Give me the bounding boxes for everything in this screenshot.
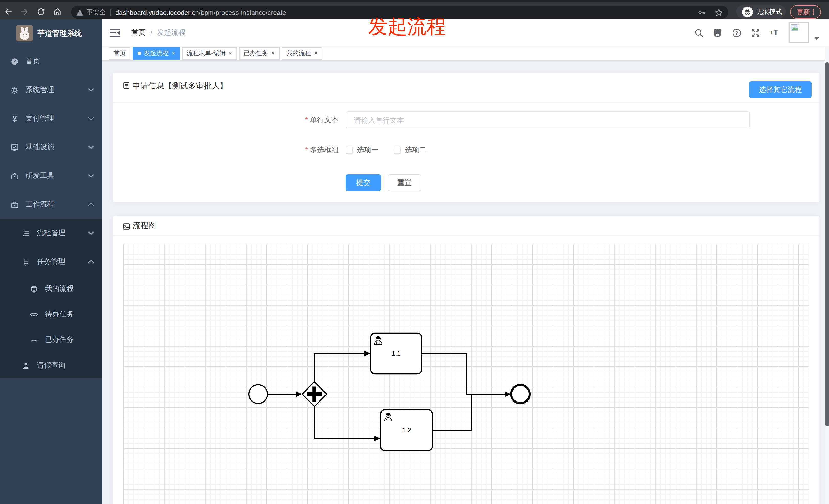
chrome-update-button[interactable]: 更新 xyxy=(790,5,821,19)
flow-gateway-to-task2 xyxy=(315,406,374,438)
workflow-submenu: 流程管理 任务管理 我的流程 待办任务 已办任务 请假 xyxy=(0,219,102,378)
dashboard-icon xyxy=(10,57,19,66)
viewport: 不安全 dashboard.yudao.iocoder.cn/bpm/proce… xyxy=(0,0,829,504)
sidebar-item-leave-query[interactable]: 请假查询 xyxy=(0,353,102,378)
submit-button[interactable]: 提交 xyxy=(346,174,381,191)
required-asterisk: * xyxy=(305,146,308,154)
sidebar-item-home[interactable]: 首页 xyxy=(0,47,102,76)
tag-create-process[interactable]: 发起流程× xyxy=(133,47,180,60)
tag-form-edit[interactable]: 流程表单-编辑× xyxy=(182,47,237,60)
scrollbar-thumb[interactable] xyxy=(825,62,829,426)
checkbox-option2-label[interactable]: 选项二 xyxy=(405,146,427,155)
sidebar-collapse-button[interactable] xyxy=(110,28,120,37)
avatar-dropdown-caret[interactable] xyxy=(814,37,819,40)
header-help-button[interactable]: ? xyxy=(731,28,742,38)
eye-icon xyxy=(30,310,38,319)
monitor-icon xyxy=(10,143,19,152)
chevron-down-icon xyxy=(88,88,94,92)
user-task-1: 1.1 xyxy=(370,333,422,374)
flow-task1-to-end xyxy=(422,353,505,394)
flow-task2-to-end xyxy=(432,394,471,430)
browser-reload-button[interactable] xyxy=(33,4,49,20)
browser-menu-icon[interactable] xyxy=(813,8,814,15)
browser-forward-button[interactable] xyxy=(16,4,33,20)
gear-icon xyxy=(10,86,19,94)
diagram-card-header: 流程图 xyxy=(112,216,819,236)
url-divider xyxy=(110,9,111,16)
flag-tree-icon xyxy=(22,257,30,266)
single-line-input[interactable] xyxy=(346,111,750,128)
user-icon xyxy=(22,361,30,370)
bookmark-star-icon[interactable] xyxy=(715,8,723,16)
header-github-button[interactable] xyxy=(712,28,723,38)
tag-my-process[interactable]: 我的流程× xyxy=(282,47,322,60)
user-task-2: 1.2 xyxy=(381,410,432,451)
tag-close-icon[interactable]: × xyxy=(271,50,275,56)
user-avatar[interactable] xyxy=(789,23,808,43)
chevron-down-icon xyxy=(88,145,94,149)
sidebar-item-done-tasks[interactable]: 已办任务 xyxy=(0,327,102,353)
tag-close-icon[interactable]: × xyxy=(228,50,232,56)
sidebar-item-workflow[interactable]: 工作流程 xyxy=(0,190,102,219)
active-tag-dot xyxy=(137,51,141,55)
bpmn-diagram: 1.1 1.2 xyxy=(123,244,809,504)
form-document-icon xyxy=(122,81,131,89)
checkbox-group: 选项一 选项二 xyxy=(346,142,427,158)
hamburger-icon xyxy=(110,28,120,37)
yen-icon: ¥ xyxy=(10,114,19,123)
tags-view: 首页 发起流程× 流程表单-编辑× 已办任务× 我的流程× xyxy=(102,46,829,61)
chevron-down-icon xyxy=(88,174,94,178)
header-font-size-button[interactable]: TT xyxy=(769,28,780,38)
search-icon xyxy=(694,28,704,38)
process-diagram-card: 流程图 xyxy=(112,216,820,504)
single-line-label: *单行文本 xyxy=(112,111,338,128)
sidebar: 芋道管理系统 首页 系统管理 ¥ 支付管理 基础设施 研发工具 工作 xyxy=(0,20,102,504)
apply-card-title: 申请信息【测试多审批人】 xyxy=(133,81,227,91)
home-icon xyxy=(53,7,62,16)
svg-text:?: ? xyxy=(735,30,738,36)
security-label: 不安全 xyxy=(86,8,106,16)
tag-close-icon[interactable]: × xyxy=(314,50,318,56)
sidebar-item-my-process[interactable]: 我的流程 xyxy=(0,276,102,302)
eye-closed-icon xyxy=(30,336,38,344)
sidebar-item-todo-tasks[interactable]: 待办任务 xyxy=(0,302,102,327)
sidebar-item-payment[interactable]: ¥ 支付管理 xyxy=(0,104,102,133)
apply-card-header: 申请信息【测试多审批人】 xyxy=(112,73,819,103)
sidebar-item-dev-tools[interactable]: 研发工具 xyxy=(0,161,102,190)
url-path: /bpm/process-instance/create xyxy=(199,8,286,16)
svg-text:1.1: 1.1 xyxy=(392,350,401,357)
tag-home[interactable]: 首页 xyxy=(109,47,131,60)
github-icon xyxy=(712,28,723,38)
page-scrollbar[interactable] xyxy=(825,46,829,504)
sidebar-item-process-management[interactable]: 流程管理 xyxy=(0,219,102,247)
reload-icon xyxy=(36,7,45,16)
reset-button[interactable]: 重置 xyxy=(388,174,422,191)
question-circle-icon: ? xyxy=(731,28,741,38)
svg-text:1.2: 1.2 xyxy=(402,426,411,434)
checkbox-option1-label[interactable]: 选项一 xyxy=(357,146,379,155)
chevron-up-icon xyxy=(88,202,94,206)
checkbox-option2[interactable] xyxy=(394,147,401,154)
sidebar-item-infrastructure[interactable]: 基础设施 xyxy=(0,133,102,161)
choose-other-process-button[interactable]: 选择其它流程 xyxy=(749,81,812,98)
required-asterisk: * xyxy=(305,116,308,124)
sidebar-item-system[interactable]: 系统管理 xyxy=(0,76,102,104)
app-logo: 芋道管理系统 xyxy=(0,20,102,47)
bpmn-canvas[interactable]: 1.1 1.2 xyxy=(123,244,809,504)
header-search-button[interactable] xyxy=(693,28,704,38)
checkbox-group-label: *多选框组 xyxy=(112,142,338,158)
main-content: 申请信息【测试多审批人】 选择其它流程 *单行文本 *多选框组 选项一 选项二 … xyxy=(102,61,829,504)
checkbox-option1[interactable] xyxy=(346,147,353,154)
fullscreen-icon xyxy=(751,28,760,38)
sidebar-item-task-management[interactable]: 任务管理 xyxy=(0,247,102,276)
header-fullscreen-button[interactable] xyxy=(750,28,760,38)
app-title: 芋道管理系统 xyxy=(37,28,82,38)
tag-done-tasks[interactable]: 已办任务× xyxy=(239,47,280,60)
incognito-icon xyxy=(742,6,753,17)
breadcrumb-home[interactable]: 首页 xyxy=(132,28,146,37)
tag-close-icon[interactable]: × xyxy=(172,50,175,56)
password-key-icon[interactable] xyxy=(697,8,706,16)
browser-home-button[interactable] xyxy=(49,4,66,20)
flow-gateway-to-task1 xyxy=(315,353,365,382)
browser-back-button[interactable] xyxy=(0,4,16,20)
